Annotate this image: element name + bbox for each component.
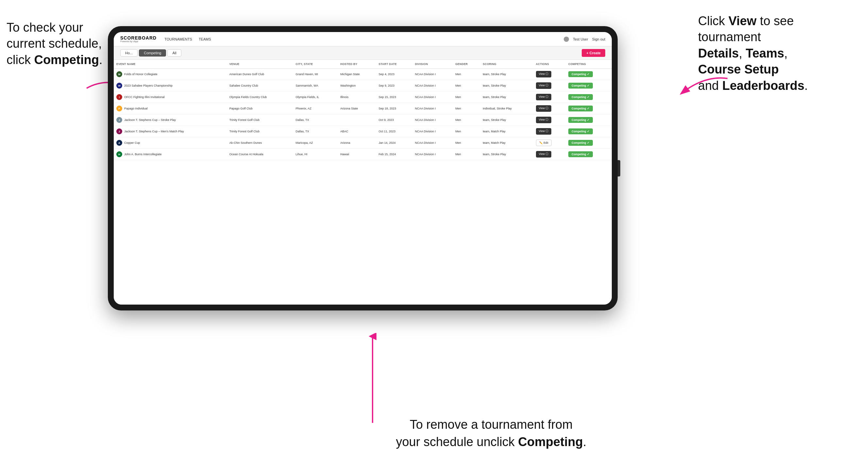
- event-name-text: 2023 Sahalee Players Championship: [124, 84, 173, 87]
- view-button[interactable]: View ⓘ: [536, 151, 552, 157]
- event-name-text: Papago Individual: [124, 107, 148, 110]
- actions-cell: View ⓘ: [533, 69, 566, 80]
- filter-tab-home[interactable]: Ho...: [120, 49, 137, 57]
- annotation-course-bold: Course Setup: [698, 62, 779, 76]
- nav-right: Test User Sign out: [564, 37, 605, 42]
- venue-cell: Trinity Forest Golf Club: [227, 126, 293, 137]
- competing-cell: Competing ✓: [566, 149, 612, 160]
- nav-tournaments[interactable]: TOURNAMENTS: [164, 37, 192, 41]
- scoring-cell: team, Stroke Play: [480, 69, 533, 80]
- actions-cell: View ⓘ: [533, 149, 566, 160]
- view-button[interactable]: View ⓘ: [536, 94, 552, 100]
- event-name-text: Copper Cup: [124, 141, 140, 145]
- hosted-by-cell: [338, 114, 376, 126]
- hosted-by-cell: ABAC: [338, 126, 376, 137]
- table-row: A Copper Cup Ak-Chin Southern Dunes Mari…: [114, 137, 612, 149]
- scoring-cell: team, Stroke Play: [480, 114, 533, 126]
- division-cell: NCAA Division I: [412, 69, 453, 80]
- scoring-cell: team, Stroke Play: [480, 92, 533, 103]
- col-gender: GENDER: [453, 60, 480, 69]
- annotation-bottom-right: To remove a tournament fromyour schedule…: [396, 416, 586, 451]
- annotation-top-left: To check yourcurrent schedule,click Comp…: [6, 20, 102, 68]
- hosted-by-cell: Arizona State: [338, 103, 376, 114]
- venue-cell: Olympia Fields Country Club: [227, 92, 293, 103]
- view-button[interactable]: View ⓘ: [536, 105, 552, 112]
- start-date-cell: Sep 9, 2023: [376, 80, 412, 92]
- annotation-leaderboards-bold: Leaderboards: [722, 79, 804, 92]
- start-date-cell: Jan 14, 2024: [376, 137, 412, 149]
- edit-button[interactable]: ✏️ Edit: [536, 139, 552, 146]
- annotation-bottom-competing-bold: Competing: [518, 435, 583, 449]
- venue-cell: Ocean Course At Hokuala: [227, 149, 293, 160]
- city-state-cell: Olympia Fields, IL: [293, 92, 338, 103]
- annotation-competing-bold: Competing: [34, 53, 99, 67]
- sign-out-link[interactable]: Sign out: [592, 37, 605, 41]
- tournaments-table: EVENT NAME VENUE CITY, STATE HOSTED BY S…: [114, 60, 612, 160]
- tablet-screen: SCOREBOARD Powered by clippi TOURNAMENTS…: [114, 32, 612, 305]
- event-name-cell: J Jackson T. Stephens Cup – Stroke Play: [114, 114, 227, 126]
- venue-cell: Sahalee Country Club: [227, 80, 293, 92]
- competing-badge[interactable]: Competing ✓: [568, 83, 593, 89]
- filter-tab-competing[interactable]: Competing: [139, 49, 166, 57]
- team-logo: H: [116, 151, 122, 157]
- venue-cell: Ak-Chin Southern Dunes: [227, 137, 293, 149]
- gender-cell: Men: [453, 69, 480, 80]
- view-button[interactable]: View ⓘ: [536, 82, 552, 89]
- city-state-cell: Sammamish, WA: [293, 80, 338, 92]
- gender-cell: Men: [453, 137, 480, 149]
- table-row: M Folds of Honor Collegiate American Dun…: [114, 69, 612, 80]
- filter-tab-all[interactable]: All: [167, 49, 181, 57]
- col-hosted-by: HOSTED BY: [338, 60, 376, 69]
- arrow-to-bottom-competing: [368, 333, 377, 425]
- create-button[interactable]: + Create: [582, 49, 605, 57]
- competing-cell: Competing ✓: [566, 103, 612, 114]
- actions-cell: View ⓘ: [533, 103, 566, 114]
- view-button[interactable]: View ⓘ: [536, 128, 552, 135]
- division-cell: NCAA Division I: [412, 126, 453, 137]
- view-button[interactable]: View ⓘ: [536, 117, 552, 123]
- view-button[interactable]: View ⓘ: [536, 71, 552, 77]
- actions-cell: View ⓘ: [533, 92, 566, 103]
- competing-badge[interactable]: Competing ✓: [568, 71, 593, 77]
- table-row: H John A. Burns Intercollegiate Ocean Co…: [114, 149, 612, 160]
- event-name-text: John A. Burns Intercollegiate: [124, 153, 162, 156]
- hosted-by-cell: Michigan State: [338, 69, 376, 80]
- competing-cell: Competing ✓: [566, 80, 612, 92]
- team-logo: J: [116, 128, 122, 134]
- venue-cell: Papago Golf Club: [227, 103, 293, 114]
- division-cell: NCAA Division I: [412, 103, 453, 114]
- competing-badge[interactable]: Competing ✓: [568, 151, 593, 157]
- start-date-cell: Oct 11, 2023: [376, 126, 412, 137]
- filter-bar: Ho... Competing All + Create: [114, 46, 612, 60]
- event-name-cell: A Copper Cup: [114, 137, 227, 149]
- scoring-cell: team, Match Play: [480, 126, 533, 137]
- col-actions: ACTIONS: [533, 60, 566, 69]
- competing-badge[interactable]: Competing ✓: [568, 140, 593, 146]
- table-row: P Papago Individual Papago Golf Club Pho…: [114, 103, 612, 114]
- table-header: EVENT NAME VENUE CITY, STATE HOSTED BY S…: [114, 60, 612, 69]
- competing-badge[interactable]: Competing ✓: [568, 94, 593, 100]
- scoring-cell: team, Stroke Play: [480, 80, 533, 92]
- division-cell: NCAA Division I: [412, 149, 453, 160]
- table-container: EVENT NAME VENUE CITY, STATE HOSTED BY S…: [114, 60, 612, 305]
- annotation-details-bold: Details: [698, 46, 739, 60]
- scoring-cell: team, Stroke Play: [480, 149, 533, 160]
- competing-cell: Competing ✓: [566, 126, 612, 137]
- nav-teams[interactable]: TEAMS: [199, 37, 211, 41]
- actions-cell: View ⓘ: [533, 126, 566, 137]
- hosted-by-cell: Illinois: [338, 92, 376, 103]
- competing-cell: Competing ✓: [566, 137, 612, 149]
- col-venue: VENUE: [227, 60, 293, 69]
- event-name-cell: H John A. Burns Intercollegiate: [114, 149, 227, 160]
- event-name-cell: P Papago Individual: [114, 103, 227, 114]
- competing-cell: Competing ✓: [566, 114, 612, 126]
- event-name-text: Folds of Honor Collegiate: [124, 72, 157, 76]
- competing-badge[interactable]: Competing ✓: [568, 117, 593, 123]
- table-body: M Folds of Honor Collegiate American Dun…: [114, 69, 612, 160]
- col-city-state: CITY, STATE: [293, 60, 338, 69]
- competing-badge[interactable]: Competing ✓: [568, 105, 593, 112]
- user-icon: [564, 37, 569, 42]
- start-date-cell: Sep 18, 2023: [376, 103, 412, 114]
- competing-badge[interactable]: Competing ✓: [568, 128, 593, 134]
- gender-cell: Men: [453, 126, 480, 137]
